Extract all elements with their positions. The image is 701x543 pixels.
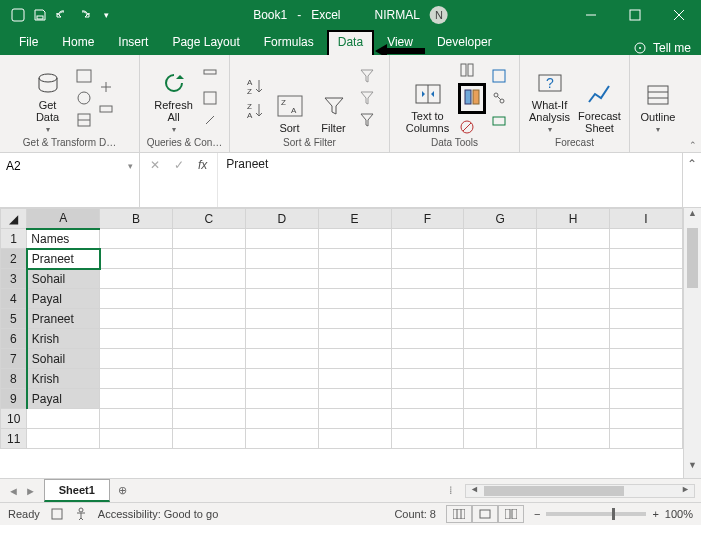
zoom-value[interactable]: 100%: [665, 508, 693, 520]
accessibility-status[interactable]: Accessibility: Good to go: [98, 508, 218, 520]
cell[interactable]: [464, 389, 537, 409]
cell[interactable]: [537, 289, 610, 309]
cell[interactable]: Praneet: [27, 309, 100, 329]
select-all-corner[interactable]: ◢: [1, 209, 27, 229]
cell[interactable]: [464, 289, 537, 309]
cell[interactable]: [172, 429, 245, 449]
what-if-button[interactable]: ? What-If Analysis ▾: [527, 62, 573, 134]
tab-page-layout[interactable]: Page Layout: [161, 30, 250, 55]
column-header[interactable]: E: [318, 209, 391, 229]
macro-record-icon[interactable]: [50, 507, 64, 521]
cell[interactable]: Sohail: [27, 349, 100, 369]
cell[interactable]: [464, 269, 537, 289]
tab-data[interactable]: Data: [327, 30, 374, 55]
cell[interactable]: [100, 269, 173, 289]
cell[interactable]: [27, 429, 100, 449]
zoom-slider[interactable]: [546, 512, 646, 516]
tab-formulas[interactable]: Formulas: [253, 30, 325, 55]
cell[interactable]: [245, 289, 318, 309]
from-web-icon[interactable]: [75, 89, 93, 107]
cell[interactable]: [610, 429, 683, 449]
cell[interactable]: [100, 289, 173, 309]
existing-connections-icon[interactable]: [97, 100, 115, 118]
row-header[interactable]: 4: [1, 289, 27, 309]
fx-icon[interactable]: fx: [198, 158, 207, 172]
cell[interactable]: [537, 249, 610, 269]
maximize-button[interactable]: [613, 0, 657, 29]
column-header[interactable]: I: [610, 209, 683, 229]
cell[interactable]: [537, 369, 610, 389]
cell[interactable]: [537, 269, 610, 289]
row-header[interactable]: 11: [1, 429, 27, 449]
cell[interactable]: [245, 429, 318, 449]
edit-links-icon[interactable]: [201, 111, 219, 129]
cell[interactable]: [172, 309, 245, 329]
cell[interactable]: [100, 309, 173, 329]
row-header[interactable]: 9: [1, 389, 27, 409]
flash-fill-icon[interactable]: [458, 61, 476, 79]
expand-formula-bar-icon[interactable]: ⌃: [683, 153, 701, 207]
column-header[interactable]: B: [100, 209, 173, 229]
cell[interactable]: [100, 329, 173, 349]
column-header[interactable]: F: [391, 209, 464, 229]
sort-az-icon[interactable]: AZ: [244, 75, 266, 97]
cell[interactable]: [318, 429, 391, 449]
filter-button[interactable]: Filter: [314, 62, 354, 134]
cell[interactable]: [318, 349, 391, 369]
page-layout-view-button[interactable]: [472, 505, 498, 523]
cell[interactable]: [391, 389, 464, 409]
tab-home[interactable]: Home: [51, 30, 105, 55]
cell[interactable]: [464, 429, 537, 449]
cell[interactable]: Payal: [27, 289, 100, 309]
refresh-all-button[interactable]: Refresh All ▾: [151, 62, 197, 134]
cell[interactable]: Krish: [27, 369, 100, 389]
cell-grid[interactable]: ◢ A B C D E F G H I 1Names 2Praneet 3Soh…: [0, 208, 683, 449]
cell[interactable]: Names: [27, 229, 100, 249]
column-header[interactable]: A: [27, 209, 100, 229]
cell[interactable]: [391, 429, 464, 449]
cell[interactable]: [391, 289, 464, 309]
name-box[interactable]: [6, 159, 96, 173]
cell[interactable]: Praneet: [27, 249, 100, 269]
cell[interactable]: [100, 349, 173, 369]
cell[interactable]: [464, 369, 537, 389]
row-header[interactable]: 5: [1, 309, 27, 329]
cell[interactable]: [172, 289, 245, 309]
cell[interactable]: [318, 329, 391, 349]
cell[interactable]: [172, 349, 245, 369]
row-header[interactable]: 8: [1, 369, 27, 389]
cell[interactable]: [318, 409, 391, 429]
horizontal-scrollbar[interactable]: ◄ ►: [465, 484, 695, 498]
scroll-thumb[interactable]: [687, 228, 698, 288]
cell[interactable]: [100, 389, 173, 409]
cell[interactable]: Payal: [27, 389, 100, 409]
tab-file[interactable]: File: [8, 30, 49, 55]
cell[interactable]: [464, 309, 537, 329]
cell[interactable]: [537, 229, 610, 249]
page-break-view-button[interactable]: [498, 505, 524, 523]
sheet-nav-next-icon[interactable]: ►: [25, 485, 36, 497]
row-header[interactable]: 10: [1, 409, 27, 429]
zoom-out-button[interactable]: −: [534, 508, 540, 520]
cell[interactable]: [391, 229, 464, 249]
cell[interactable]: [610, 269, 683, 289]
cell[interactable]: [537, 429, 610, 449]
cell[interactable]: [172, 229, 245, 249]
normal-view-button[interactable]: [446, 505, 472, 523]
collapse-ribbon-icon[interactable]: ⌃: [689, 140, 697, 150]
cell[interactable]: [610, 249, 683, 269]
add-sheet-button[interactable]: ⊕: [110, 482, 135, 499]
cell[interactable]: Krish: [27, 329, 100, 349]
cell[interactable]: [100, 409, 173, 429]
cell[interactable]: Sohail: [27, 269, 100, 289]
redo-icon[interactable]: [76, 7, 92, 23]
save-icon[interactable]: [32, 7, 48, 23]
cell[interactable]: [172, 269, 245, 289]
cell[interactable]: [610, 389, 683, 409]
cell[interactable]: [245, 409, 318, 429]
cell[interactable]: [537, 389, 610, 409]
recent-sources-icon[interactable]: [97, 78, 115, 96]
sheet-tab[interactable]: Sheet1: [44, 479, 110, 502]
cell[interactable]: [464, 409, 537, 429]
minimize-button[interactable]: [569, 0, 613, 29]
